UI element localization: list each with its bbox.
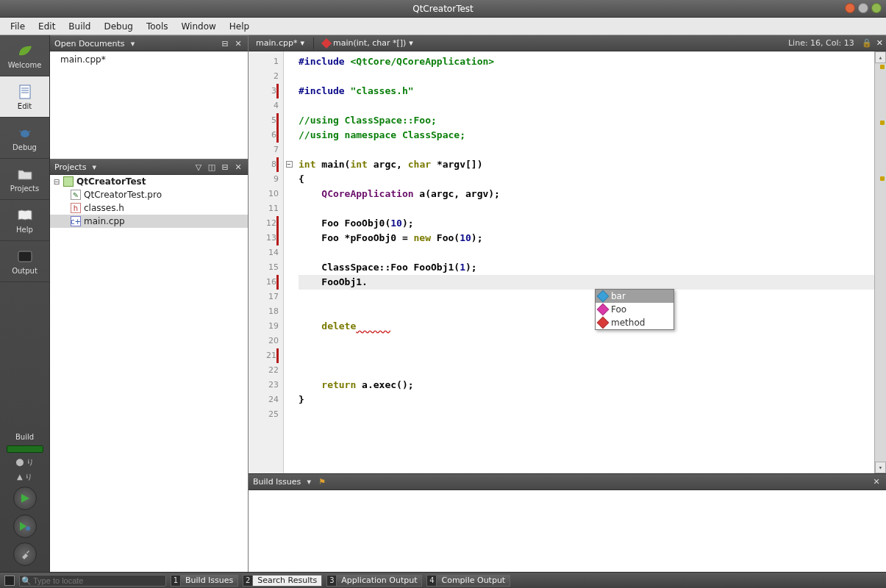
vertical-scrollbar[interactable]: ▴ ▾ [874,51,886,473]
member-icon [597,304,610,316]
maximize-icon[interactable] [871,3,882,13]
run-button[interactable] [13,487,37,510]
minimize-icon[interactable] [858,3,868,13]
menu-edit[interactable]: Edit [32,20,61,33]
tab-label: main(int, char *[]) [333,38,406,48]
editor-area: main.cpp* ▾ main(int, char *[]) ▾ Line: … [249,35,886,572]
window-title: QtCreatorTest [412,4,474,14]
close-pane-icon[interactable]: ✕ [871,477,882,487]
output-search-results[interactable]: 2 Search Results [243,575,322,587]
mode-edit[interactable]: Edit [0,76,49,118]
svg-rect-7 [18,251,32,262]
member-icon [597,317,610,329]
autocomplete-popup[interactable]: barFoomethod [595,289,674,330]
fold-column: − [284,51,294,473]
sync-icon[interactable]: ◫ [207,162,217,172]
menu-file[interactable]: File [4,20,31,33]
tree-root[interactable]: ⊟ QtCreatorTest [50,175,248,188]
mode-help[interactable]: Help [0,200,49,241]
mode-output[interactable]: Output [0,241,49,282]
autocomplete-item[interactable]: Foo [596,303,674,316]
project-icon [63,176,74,187]
mode-label: Projects [10,184,39,193]
tree-label: classes.h [84,203,124,213]
menu-debug[interactable]: Debug [98,20,138,33]
scroll-up-icon[interactable]: ▴ [875,51,886,63]
chevron-down-icon: ▾ [409,38,413,48]
tab-label: main.cpp* [256,38,298,48]
chevron-down-icon[interactable]: ▾ [128,38,138,49]
svg-point-8 [26,526,30,531]
header-file-icon: h [71,203,81,213]
menu-help[interactable]: Help [224,20,255,33]
leaf-icon [15,43,35,59]
output-application-output[interactable]: 3 Application Output [326,575,422,587]
split-icon[interactable]: ⊟ [220,162,230,172]
close-icon[interactable] [845,3,855,13]
symbol-selector[interactable]: main(int, char *[]) ▾ [318,38,418,48]
folder-icon [15,166,35,182]
mode-projects[interactable]: Projects [0,159,49,200]
window-titlebar: QtCreatorTest [0,0,886,18]
method-icon [321,37,332,48]
menu-window[interactable]: Window [176,20,222,33]
autocomplete-label: Foo [611,304,626,315]
output-build-issues[interactable]: 1 Build Issues [171,575,238,587]
close-pane-icon[interactable]: ✕ [233,38,243,49]
bug-icon [15,125,35,141]
close-editor-icon[interactable]: ✕ [876,38,883,48]
autocomplete-label: bar [611,291,626,301]
projects-tree: ⊟ QtCreatorTest ✎ QtCreatorTest.pro h cl… [50,175,248,572]
side-panels: Open Documents ▾ ⊟ ✕ main.cpp* Projects … [50,35,249,572]
file-selector[interactable]: main.cpp* ▾ [251,38,309,48]
run-debug-button[interactable] [13,514,37,538]
autocomplete-label: method [611,318,645,328]
chevron-down-icon[interactable]: ▾ [304,477,314,487]
tree-label: QtCreatorTest.pro [84,190,162,200]
svg-rect-0 [20,85,30,98]
status-bar: 🔍 1 Build Issues 2 Search Results 3 Appl… [0,572,886,588]
build-issues-header: Build Issues ▾ ⚑ ✕ [249,474,886,490]
toggle-sidebar-icon[interactable] [4,576,15,586]
marker-icon [880,121,885,125]
mode-sidebar: Welcome Edit Debug Projects Help Output … [0,35,50,572]
tree-item[interactable]: c+ main.cpp [50,215,248,228]
scroll-down-icon[interactable]: ▾ [875,462,886,473]
autocomplete-item[interactable]: method [596,316,674,329]
marker-icon [880,65,885,69]
lock-icon[interactable]: 🔒 [862,38,872,48]
tree-item[interactable]: h classes.h [50,201,248,215]
search-icon: 🔍 [21,576,32,586]
tree-item[interactable]: ✎ QtCreatorTest.pro [50,188,248,201]
code-editor[interactable]: 1234567891011121314151617181920212223242… [249,51,886,473]
filter-warnings-icon[interactable]: ⚑ [317,477,327,487]
mode-welcome[interactable]: Welcome [0,35,49,76]
output-compile-output[interactable]: 4 Compile Output [426,575,510,587]
mode-label: Help [16,226,33,234]
mode-label: Output [12,267,37,275]
autocomplete-item[interactable]: bar [596,290,674,303]
locator-input[interactable] [19,575,166,587]
mode-debug[interactable]: Debug [0,118,49,159]
build-issues-list [249,490,886,572]
menu-tools[interactable]: Tools [140,20,174,33]
record-icon: ⬤ り [15,457,33,467]
line-gutter: 1234567891011121314151617181920212223242… [249,51,284,473]
mode-label: Welcome [8,61,42,69]
close-pane-icon[interactable]: ✕ [233,162,243,172]
open-document-item[interactable]: main.cpp* [50,51,248,68]
menu-build[interactable]: Build [62,20,96,33]
pane-title: Build Issues [253,477,301,487]
split-icon[interactable]: ⊟ [220,38,230,49]
warning-icon: ▲ り [17,472,32,482]
projects-header: Projects ▾ ▽ ◫ ⊟ ✕ [50,159,248,175]
code-content[interactable]: #include <QtCore/QCoreApplication>#inclu… [294,51,874,473]
tree-label: QtCreatorTest [76,176,146,187]
collapse-icon[interactable]: ⊟ [53,178,60,186]
pane-title: Open Documents [54,39,125,49]
chevron-down-icon[interactable]: ▾ [89,162,99,172]
bottom-panel: Build Issues ▾ ⚑ ✕ [249,473,886,572]
build-button[interactable] [13,542,37,566]
member-icon [597,290,610,303]
filter-icon[interactable]: ▽ [193,162,204,172]
